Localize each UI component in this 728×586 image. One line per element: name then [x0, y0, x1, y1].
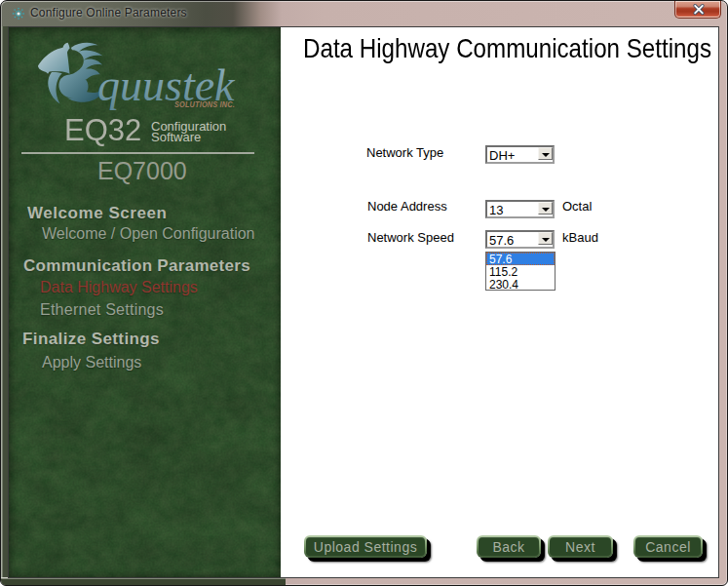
svg-text:SOLUTIONS INC.: SOLUTIONS INC.	[174, 99, 235, 109]
